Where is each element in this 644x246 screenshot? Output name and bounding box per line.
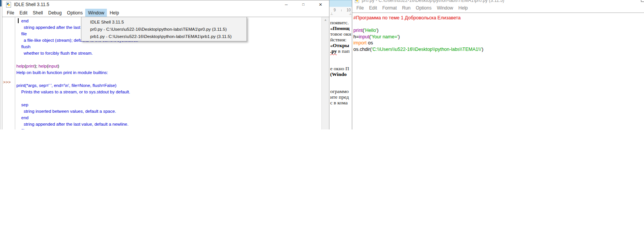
menu-edit[interactable]: Edit xyxy=(17,9,30,17)
text-line: .ру в пап xyxy=(330,48,351,54)
background-window-border xyxy=(0,6,0,129)
editor-text-area[interactable]: #Программа по теме 1 Добровольска Елизав… xyxy=(353,15,483,52)
menu-file[interactable]: File xyxy=(354,3,366,13)
text-line: h=input('Your name=') xyxy=(353,34,483,40)
text-line xyxy=(330,83,351,88)
minimize-button[interactable]: ─ xyxy=(278,0,295,9)
gutter-separator xyxy=(15,17,15,129)
text-line: появитс. xyxy=(330,20,351,25)
editor-window-title: pr0.py - C:\Users\u522-16\Desktop\python… xyxy=(362,0,504,3)
shell-prompt: >>> xyxy=(3,80,11,84)
menu-edit[interactable]: Edit xyxy=(366,3,380,13)
word-ruler: 9 10 ⊥ ⊥ xyxy=(329,7,352,17)
window-menu-item[interactable]: IDLE Shell 3.11.5 xyxy=(81,19,246,26)
editor-menubar: FileEditFormatRunOptionsWindowHelp xyxy=(352,3,644,13)
word-document-strip[interactable]: 9 10 ⊥ ⊥ появитс.«Помощтовое окнйствия:«… xyxy=(329,0,352,129)
text-line xyxy=(353,21,483,28)
ruler-tick xyxy=(341,9,342,11)
document-text: появитс.«Помощтовое окнйствия:«Откры.ру … xyxy=(330,20,351,106)
maximize-button[interactable]: □ xyxy=(295,0,312,9)
text-line: flush xyxy=(16,44,138,50)
menu-help[interactable]: Help xyxy=(107,9,122,17)
text-line: «Откры xyxy=(330,43,351,48)
text-line xyxy=(16,76,138,82)
text-line: string appended after the last value, de… xyxy=(16,121,138,128)
text-line: string inserted between values, default … xyxy=(16,108,138,115)
text-line xyxy=(330,77,351,83)
menu-help[interactable]: Help xyxy=(456,3,471,13)
text-line: file xyxy=(16,128,138,129)
background-window-fragment xyxy=(0,0,2,6)
window-menu-dropdown: IDLE Shell 3.11.5pr0.py - C:\Users\u522-… xyxy=(81,17,247,41)
text-line: sep xyxy=(16,102,138,108)
text-line: Prints the values to a stream, or to sys… xyxy=(16,89,138,95)
menu-file[interactable]: File xyxy=(4,9,17,17)
shell-titlebar[interactable]: IDLE Shell 3.11.5 ─ □ ✕ xyxy=(2,0,329,9)
word-ribbon-fragment xyxy=(329,0,352,7)
menu-window[interactable]: Window xyxy=(434,3,456,13)
text-line: «Помощ xyxy=(330,25,351,31)
text-line xyxy=(16,57,138,63)
visible-content-region: IDLE Shell 3.11.5 ─ □ ✕ FileEditShellDeb… xyxy=(0,0,644,129)
editor-titlebar[interactable]: pr0.py - C:\Users\u522-16\Desktop\python… xyxy=(352,0,644,3)
menu-shell[interactable]: Shell xyxy=(30,9,46,17)
shell-menubar: FileEditShellDebugOptionsWindowHelp xyxy=(2,9,329,17)
shell-window-title: IDLE Shell 3.11.5 xyxy=(14,2,49,7)
text-line: os.chdir('C:\\Users\\u522-16\\Desktop\\p… xyxy=(353,46,483,53)
text-line: #Программа по теме 1 Добровольска Елизав… xyxy=(353,15,483,21)
text-line: товое окн xyxy=(330,31,351,37)
text-line: print(*args, sep=' ', end='\n', file=Non… xyxy=(16,82,138,89)
window-control-fragment[interactable] xyxy=(641,0,644,2)
desktop: IDLE Shell 3.11.5 ─ □ ✕ FileEditShellDeb… xyxy=(0,0,644,246)
text-line xyxy=(330,54,351,60)
text-line: (Windo xyxy=(330,71,351,77)
close-button[interactable]: ✕ xyxy=(312,0,329,9)
window-controls: ─ □ ✕ xyxy=(278,0,329,9)
text-line xyxy=(16,95,138,102)
menu-options[interactable]: Options xyxy=(413,3,434,13)
scroll-up-arrow-icon[interactable]: ˄ xyxy=(322,17,329,24)
python-file-icon xyxy=(6,2,11,7)
ruler-number: 9 xyxy=(334,8,336,12)
python-file-icon xyxy=(355,0,359,3)
text-line: ите пред xyxy=(330,94,351,100)
menu-run[interactable]: Run xyxy=(399,3,413,13)
ruler-margin-mark: ⊥ xyxy=(330,12,333,16)
menu-format[interactable]: Format xyxy=(380,3,399,13)
text-line: е окно П xyxy=(330,66,351,71)
text-line: с в кома xyxy=(330,100,351,106)
menu-options[interactable]: Options xyxy=(64,9,85,17)
text-line: import os xyxy=(353,40,483,46)
ruler-margin-mark: ⊥ xyxy=(349,12,352,16)
menu-debug[interactable]: Debug xyxy=(46,9,64,17)
text-line: end xyxy=(16,115,138,121)
text-line xyxy=(330,60,351,66)
editor-titlebar-content: pr0.py - C:\Users\u522-16\Desktop\python… xyxy=(352,0,504,3)
text-line: print('Hello') xyxy=(353,27,483,34)
window-menu-item[interactable]: prb1.py - C:\Users\u522-16\Desktop\pytho… xyxy=(81,33,246,40)
text-line: help(print); help(input) xyxy=(16,63,138,69)
text-line: йствия: xyxy=(330,37,351,43)
editor-window: pr0.py - C:\Users\u522-16\Desktop\python… xyxy=(352,0,644,129)
vertical-scrollbar[interactable]: ˄ xyxy=(321,17,329,129)
menu-window[interactable]: Window xyxy=(85,9,107,17)
window-menu-item[interactable]: pr0.py - C:\Users\u522-16\Desktop\python… xyxy=(81,26,246,33)
idle-shell-window: IDLE Shell 3.11.5 ─ □ ✕ FileEditShellDeb… xyxy=(2,0,329,129)
text-line: Help on built-in function print in modul… xyxy=(16,69,138,76)
text-line: whether to forcibly flush the stream. xyxy=(16,50,138,57)
text-line: ограммо xyxy=(330,88,351,94)
